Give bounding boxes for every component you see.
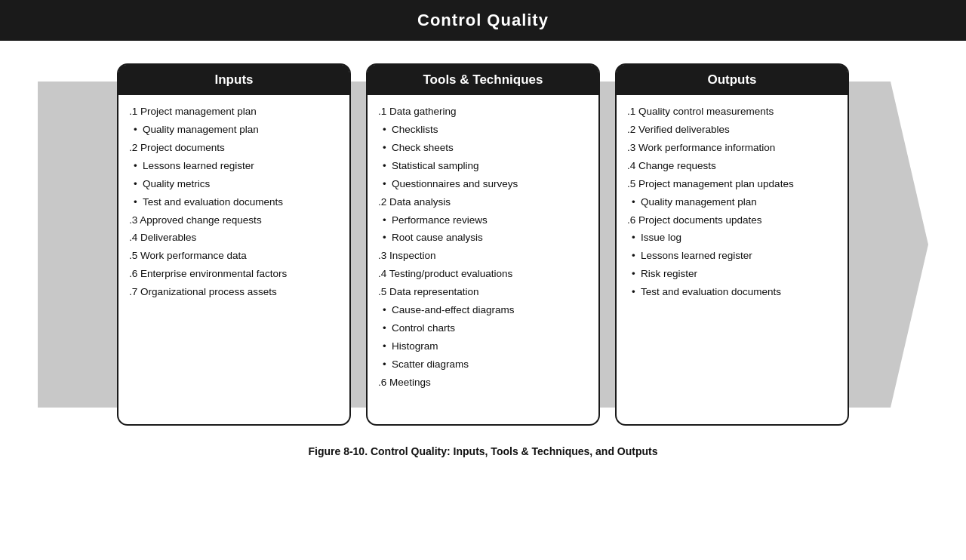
list-item: Root cause analysis bbox=[378, 230, 588, 246]
list-item: Statistical sampling bbox=[378, 158, 588, 174]
list-item: Cause-and-effect diagrams bbox=[378, 303, 588, 318]
list-item: .5 Work performance data bbox=[129, 248, 339, 264]
list-item: Check sheets bbox=[378, 140, 588, 156]
list-item: Performance reviews bbox=[378, 213, 588, 229]
list-item: Risk register bbox=[627, 266, 837, 282]
list-item: Scatter diagrams bbox=[378, 357, 588, 373]
list-item: .2 Data analysis bbox=[378, 195, 588, 211]
box-header-tools: Tools & Techniques bbox=[368, 65, 598, 95]
list-item: .1 Quality control measurements bbox=[627, 104, 837, 120]
list-item: .4 Testing/product evaluations bbox=[378, 266, 588, 282]
list-item: Quality management plan bbox=[627, 195, 837, 211]
box-outputs: Outputs.1 Quality control measurements.2… bbox=[615, 63, 849, 426]
box-content-outputs: .1 Quality control measurements.2 Verifi… bbox=[617, 95, 848, 424]
list-item: Lessons learned register bbox=[627, 248, 837, 264]
title-bar: Control Quality bbox=[0, 0, 966, 41]
box-content-inputs: .1 Project management planQuality manage… bbox=[118, 95, 349, 424]
list-item: Histogram bbox=[378, 339, 588, 355]
list-item: Test and evaluation documents bbox=[129, 195, 339, 211]
box-header-inputs: Inputs bbox=[118, 65, 349, 95]
list-item: Test and evaluation documents bbox=[627, 285, 837, 300]
box-inputs: Inputs.1 Project management planQuality … bbox=[117, 63, 351, 426]
list-item: .6 Meetings bbox=[378, 375, 588, 391]
page-title: Control Quality bbox=[0, 11, 966, 30]
list-item: .4 Deliverables bbox=[129, 230, 339, 246]
box-tools: Tools & Techniques.1 Data gatheringCheck… bbox=[366, 63, 600, 426]
figure-caption: Figure 8-10. Control Quality: Inputs, To… bbox=[308, 445, 657, 457]
list-item: .3 Work performance information bbox=[627, 140, 837, 156]
list-item: Checklists bbox=[378, 122, 588, 138]
list-item: .4 Change requests bbox=[627, 158, 837, 174]
box-content-tools: .1 Data gatheringChecklistsCheck sheetsS… bbox=[368, 95, 598, 424]
list-item: Control charts bbox=[378, 321, 588, 337]
list-item: .6 Enterprise environmental factors bbox=[129, 266, 339, 282]
list-item: Quality management plan bbox=[129, 122, 339, 138]
list-item: .3 Approved change requests bbox=[129, 213, 339, 229]
list-item: Lessons learned register bbox=[129, 158, 339, 174]
list-item: .5 Project management plan updates bbox=[627, 177, 837, 192]
list-item: .6 Project documents updates bbox=[627, 213, 837, 229]
box-header-outputs: Outputs bbox=[617, 65, 848, 95]
list-item: Questionnaires and surveys bbox=[378, 177, 588, 192]
list-item: .2 Verified deliverables bbox=[627, 122, 837, 138]
list-item: Quality metrics bbox=[129, 177, 339, 192]
list-item: .2 Project documents bbox=[129, 140, 339, 156]
list-item: Issue log bbox=[627, 230, 837, 246]
list-item: .5 Data representation bbox=[378, 285, 588, 300]
diagram-container: Inputs.1 Project management planQuality … bbox=[0, 63, 966, 426]
list-item: .1 Data gathering bbox=[378, 104, 588, 120]
list-item: .3 Inspection bbox=[378, 248, 588, 264]
list-item: .1 Project management plan bbox=[129, 104, 339, 120]
list-item: .7 Organizational process assets bbox=[129, 285, 339, 300]
